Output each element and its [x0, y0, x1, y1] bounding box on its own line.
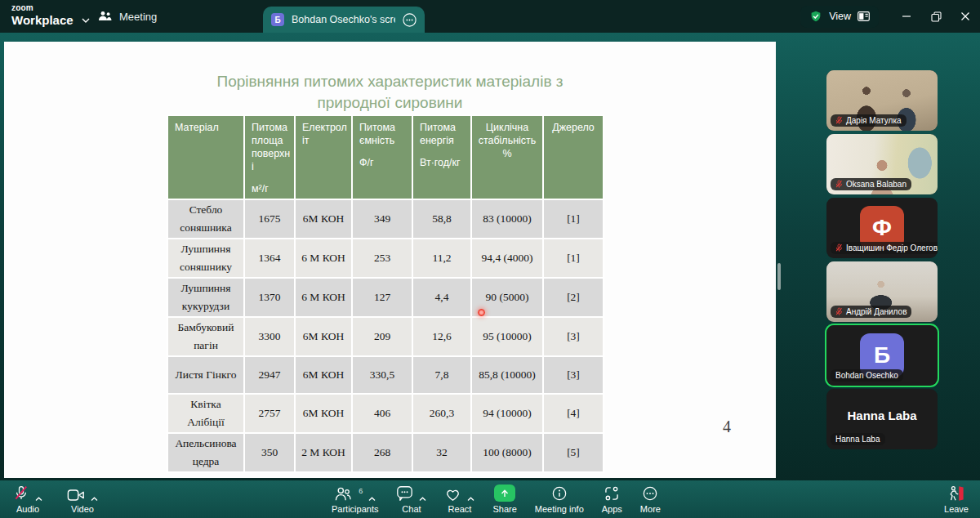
table-cell: 1370 — [244, 278, 295, 317]
table-cell: [3] — [543, 317, 604, 356]
leave-button[interactable]: Leave — [944, 484, 969, 514]
meeting-info-label: Meeting info — [535, 504, 584, 514]
chevron-up-icon[interactable] — [368, 497, 376, 502]
slide-title: Порівняння питомих характеристик матеріа… — [4, 71, 776, 114]
participant-name-tag: Hanna Laba — [831, 433, 885, 445]
table-header-cell: Джерело — [543, 115, 604, 199]
react-button[interactable]: React — [444, 484, 474, 514]
view-button[interactable]: View — [800, 6, 879, 28]
table-cell: Лушпиння кукурудзи — [167, 278, 244, 317]
brand-zoom: zoom — [11, 4, 74, 12]
meeting-info-button[interactable]: Meeting info — [535, 484, 584, 514]
table-cell: 349 — [352, 199, 412, 239]
muted-mic-icon — [835, 180, 843, 189]
window-titlebar: zoom Workplace Meeting Б Bohdan Osechko'… — [0, 0, 980, 33]
table-cell: 2757 — [244, 394, 295, 433]
table-cell: 7,8 — [412, 356, 471, 394]
participant-tile[interactable]: Андрій Данилов — [826, 261, 938, 322]
table-cell: 6 М КОН — [295, 278, 352, 317]
table-cell: 1675 — [244, 199, 295, 239]
chevron-up-icon[interactable] — [91, 497, 98, 502]
participant-tile[interactable]: Oksana Balaban — [826, 134, 938, 194]
chevron-up-icon[interactable] — [35, 497, 42, 502]
panel-scrollbar[interactable] — [777, 263, 781, 290]
zoom-workplace-menu[interactable]: zoom Workplace — [11, 4, 90, 26]
minimize-button[interactable] — [892, 0, 921, 33]
table-row: Апельсинова цедра3502 М КОН26832100 (800… — [167, 433, 604, 472]
participant-tile[interactable]: Hanna Laba Hanna Laba — [826, 389, 938, 449]
apps-label: Apps — [602, 504, 622, 514]
materials-table: Матеріал Питома площа поверхнім²/г Елект… — [167, 114, 604, 473]
table-cell: [4] — [543, 394, 604, 433]
participant-name: Іващишин Федір Олегов… — [846, 243, 938, 252]
table-header-cell: Питома енергіяВт·год/кг — [412, 115, 471, 199]
chat-button[interactable]: Chat — [396, 484, 426, 514]
table-cell: 85,8 (10000) — [471, 356, 543, 394]
chevron-down-icon — [82, 18, 90, 23]
table-cell: 253 — [352, 239, 412, 278]
share-button[interactable]: Share — [492, 484, 516, 514]
video-button[interactable]: Video — [67, 484, 98, 514]
chevron-up-icon[interactable] — [419, 497, 426, 502]
participants-icon — [334, 486, 352, 502]
table-row: Бамбуковий пагін33006М КОН20912,695 (100… — [167, 317, 604, 356]
more-label: More — [640, 504, 661, 514]
tab-shared-screen[interactable]: Б Bohdan Osechko's screen — [263, 7, 425, 33]
table-cell: 406 — [352, 394, 412, 433]
table-header-cell: Циклічна стабільність % — [471, 115, 543, 199]
muted-mic-icon — [835, 243, 843, 252]
restore-button[interactable] — [921, 0, 951, 33]
participant-name: Дарія Матулка — [846, 116, 902, 125]
participant-tile-active-speaker[interactable]: Б Bohdan Osechko — [826, 325, 938, 386]
slide-title-line1: Порівняння питомих характеристик матеріа… — [4, 71, 776, 92]
tab-options-icon[interactable] — [403, 13, 416, 27]
chat-bubble-icon — [396, 485, 413, 502]
slide-table-body: Стебло соняшника16756М КОН34958,883 (100… — [167, 199, 604, 472]
table-cell: 268 — [352, 433, 412, 472]
muted-mic-icon — [835, 116, 843, 125]
table-cell: Лушпиння соняшнику — [167, 239, 244, 278]
shared-screen-slide: Порівняння питомих характеристик матеріа… — [4, 42, 776, 478]
close-button[interactable] — [951, 0, 980, 33]
participants-count: 6 — [359, 487, 363, 495]
table-cell: 4,4 — [412, 278, 471, 317]
audio-button[interactable]: Audio — [13, 484, 42, 514]
table-cell: 32 — [412, 433, 471, 472]
table-cell: 260,3 — [412, 394, 471, 433]
camera-icon — [67, 489, 85, 502]
security-shield-icon — [809, 10, 822, 24]
audio-label: Audio — [16, 504, 39, 514]
table-header-cell: Питома ємністьФ/г — [352, 115, 412, 199]
chevron-up-icon[interactable] — [467, 497, 474, 502]
table-cell: [3] — [543, 356, 604, 394]
brand-workplace: Workplace — [11, 14, 74, 26]
meeting-content-area: Порівняння питомих характеристик матеріа… — [0, 33, 980, 480]
table-cell: [5] — [543, 433, 604, 472]
slide-title-line2: природної сировини — [4, 92, 776, 114]
meeting-toolbar: Audio Video 6 — [0, 480, 980, 518]
table-row: Лушпиння кукурудзи13706 М КОН1274,490 (5… — [167, 278, 604, 317]
apps-button[interactable]: Apps — [602, 484, 622, 514]
chat-label: Chat — [402, 504, 421, 514]
table-cell: Листя Гінкго — [167, 356, 244, 394]
participants-label: Participants — [332, 504, 378, 514]
more-ellipsis-icon — [642, 485, 658, 502]
table-cell: 6М КОН — [295, 199, 352, 239]
info-icon — [551, 485, 568, 502]
table-cell: 6 М КОН — [295, 239, 352, 278]
share-label: Share — [492, 504, 516, 514]
slide-page-number: 4 — [723, 418, 731, 436]
participant-name-tag: Bohdan Osechko — [831, 369, 903, 382]
table-cell: 209 — [352, 317, 412, 356]
participant-tile[interactable]: Дарія Матулка — [826, 70, 938, 131]
participant-tile[interactable]: Ф Іващишин Федір Олегов… — [826, 198, 938, 258]
table-cell: 2 М КОН — [295, 433, 352, 472]
share-tab-badge: Б — [271, 13, 284, 26]
participants-button[interactable]: 6 Participants — [332, 484, 378, 514]
participant-name: Андрій Данилов — [846, 307, 906, 316]
participants-panel: Дарія Матулка Oksana Balaban Ф Іващишин … — [826, 70, 938, 453]
tab-meeting[interactable]: Meeting — [90, 0, 165, 33]
more-button[interactable]: More — [640, 484, 661, 514]
muted-mic-icon — [835, 307, 843, 316]
leave-label: Leave — [944, 504, 969, 514]
